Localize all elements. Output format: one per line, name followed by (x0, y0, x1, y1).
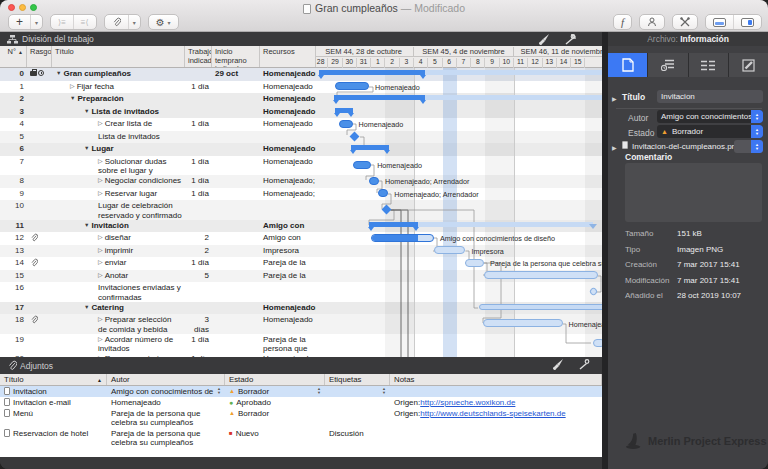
attachment-row[interactable]: Invitacion e-mailHomenajeado●AprobadoOri… (0, 397, 602, 408)
attachment-row[interactable]: InvitacionAmigo con conocimientos de dis… (0, 386, 602, 397)
outline-row[interactable]: 2▼PreparaciónHomenajeado; (0, 93, 316, 106)
outline-row[interactable]: 6▼LugarHomenajeado; (0, 143, 316, 156)
gantt-task-bar[interactable] (353, 161, 372, 169)
add-button[interactable]: + (9, 15, 31, 29)
col-header-start[interactable]: Inicio temprano indicado (212, 46, 260, 67)
collapse-triangle-icon[interactable]: ▼ (84, 222, 89, 228)
gantt-task-bar[interactable] (371, 234, 434, 242)
attachment-row[interactable]: Reservacion de hotelPareja de la persona… (0, 428, 602, 448)
tab-schedule[interactable] (648, 53, 687, 77)
gantt-task-bar[interactable] (369, 177, 379, 185)
task-title[interactable]: ▼Preparación (52, 93, 185, 106)
outline-row[interactable]: 5Lista de invitados creada (0, 131, 316, 144)
attach-menu-button[interactable]: ▾ (129, 15, 140, 29)
outline-row[interactable]: 12▷diseñar2 díasAmigo con conocimientos … (0, 232, 316, 245)
gear-icon[interactable]: ⚙▾ (149, 15, 178, 29)
task-title[interactable]: ▷Anotar confirmaciones (52, 270, 185, 283)
toggle-right-panel-button[interactable] (734, 15, 761, 29)
toggle-bottom-panel-button[interactable] (706, 15, 734, 29)
attachments-col-header[interactable]: Título ▲ (0, 374, 107, 385)
tools-button[interactable] (673, 15, 697, 29)
resources-button[interactable] (640, 15, 664, 29)
gantt-task-bar[interactable] (465, 259, 484, 267)
outline-row[interactable]: 3▼Lista de invitadosHomenajeado (0, 106, 316, 119)
stepper-icon[interactable]: ▲▼ (382, 387, 386, 394)
task-title[interactable]: ▷Crear lista de invitados (52, 118, 185, 131)
task-title[interactable]: Invitaciones enviadas y confirmadas (52, 282, 185, 302)
task-title[interactable]: ▼Invitación (52, 220, 185, 233)
outline-row[interactable]: 8▷Negociar condiciones1 díaHomenajeado; … (0, 175, 316, 188)
attachments-col-header[interactable]: Notas (390, 374, 602, 385)
autor-stepper-icon[interactable]: ▲▼ (751, 110, 763, 123)
collapse-triangle-icon[interactable]: ▼ (84, 145, 89, 151)
attachments-col-header[interactable]: Estado (225, 374, 325, 385)
task-title[interactable]: ▼Gran cumpleaños (52, 68, 185, 81)
outline-row[interactable]: 11▼InvitaciónAmigo con conocimientos de … (0, 220, 316, 233)
gantt-summary-bar[interactable] (369, 222, 418, 227)
tab-info[interactable] (608, 53, 647, 77)
gantt-task-bar[interactable] (484, 271, 598, 279)
task-title[interactable]: ▷Reservar lugar (52, 188, 185, 201)
outline-row[interactable]: 9▷Reservar lugar1 díaHomenajeado; Arrend… (0, 188, 316, 201)
collapse-triangle-icon[interactable]: ▼ (56, 70, 61, 76)
task-title[interactable]: ▷Preparar selección de comida y bebida (52, 314, 185, 334)
outline-row[interactable]: 14▷enviar1 díaPareja de la persona que c… (0, 257, 316, 270)
stepper-icon[interactable]: ▲▼ (317, 387, 321, 394)
task-title[interactable]: ▷imprimir (52, 245, 185, 258)
stepper-icon[interactable]: ▲▼ (217, 387, 221, 394)
gantt-summary-bar[interactable] (479, 304, 602, 310)
gantt-task-bar[interactable] (593, 339, 602, 347)
col-header-title[interactable]: Título (52, 46, 185, 67)
attachments-col-header[interactable]: Autor (107, 374, 225, 385)
gantt-summary-bar[interactable] (319, 70, 425, 75)
gantt-task-bar[interactable] (483, 319, 563, 327)
gantt-task-bar[interactable] (335, 82, 369, 90)
task-title[interactable]: ▷enviar (52, 257, 185, 270)
comentario-textarea[interactable] (625, 163, 762, 222)
outline-row[interactable]: 17▼CateringHomenajeado; (0, 302, 316, 315)
gantt-summary-bar[interactable] (335, 108, 353, 113)
outline-row[interactable]: 7▷Solucionar dudas sobre el lugar y comp… (0, 156, 316, 176)
gantt-task-bar[interactable] (339, 120, 353, 128)
outline-row[interactable]: 4▷Crear lista de invitados1 díaHomenajea… (0, 118, 316, 131)
estado-dropdown[interactable]: ▲ Borrador ▲▼ (657, 125, 763, 138)
note-link[interactable]: http://www.deutschlands-speisekarten.de (420, 409, 565, 418)
paperclip-icon[interactable] (105, 15, 129, 29)
format-button[interactable]: f (614, 15, 631, 29)
outdent-icon[interactable]: ≡⟨ (74, 15, 96, 29)
note-link[interactable]: http://sprueche.woxikon.de (420, 398, 515, 407)
col-header-work[interactable]: Trabajo indicado (185, 46, 212, 67)
outline-row[interactable]: 10Lugar de celebración reservado y confi… (0, 200, 316, 220)
view-title[interactable]: División del trabajo (22, 34, 94, 44)
collapse-triangle-icon[interactable]: ▼ (70, 95, 75, 101)
task-title[interactable]: ▼Lugar (52, 143, 185, 156)
estado-stepper-icon[interactable]: ▲▼ (751, 125, 763, 138)
tab-note-edit[interactable] (729, 53, 768, 77)
tab-list[interactable] (689, 53, 728, 77)
task-title[interactable]: ▼Catering (52, 302, 185, 315)
outline-row[interactable]: 18▷Preparar selección de comida y bebida… (0, 314, 316, 334)
task-title[interactable]: ▷Solucionar dudas sobre el lugar y compa… (52, 156, 185, 176)
autor-dropdown[interactable]: Amigo con conocimientos de… ▲▼ (657, 110, 763, 123)
gantt-summary-bar[interactable] (334, 95, 425, 100)
settings-wrench-icon[interactable] (578, 359, 590, 370)
task-title[interactable]: ▷diseñar (52, 232, 185, 245)
collapse-triangle-icon[interactable]: ▼ (84, 304, 89, 310)
col-header-resources[interactable]: Recursos (260, 46, 316, 67)
task-title[interactable]: ▷Negociar condiciones (52, 175, 185, 188)
add-menu-button[interactable]: ▾ (31, 15, 42, 29)
outline-row[interactable]: 0▼Gran cumpleaños29 oct 2019Homenajeado; (0, 68, 316, 81)
titulo-input[interactable]: Invitacion (657, 90, 763, 103)
gantt-task-bar[interactable] (434, 246, 465, 254)
attachments-title[interactable]: Adjuntos (20, 361, 53, 371)
outline-row[interactable]: 15▷Anotar confirmaciones5 díasPareja de … (0, 270, 316, 283)
file-name[interactable]: Invitacion-del-cumpleanos.png (632, 142, 741, 151)
outline-row[interactable]: 13▷imprimir2 díasImpresora (0, 245, 316, 258)
task-title[interactable]: ▷Acordar número de invitados (52, 334, 185, 354)
task-title[interactable]: Lista de invitados creada (52, 131, 185, 144)
task-title[interactable]: ▷Fijar fecha (52, 81, 185, 94)
style-brush-icon[interactable] (552, 359, 564, 370)
indent-icon[interactable]: ⟩≡ (51, 15, 74, 29)
attachment-row[interactable]: MenúPareja de la persona que celebra su … (0, 408, 602, 428)
col-header-rasgos[interactable]: Rasgos (27, 46, 52, 67)
